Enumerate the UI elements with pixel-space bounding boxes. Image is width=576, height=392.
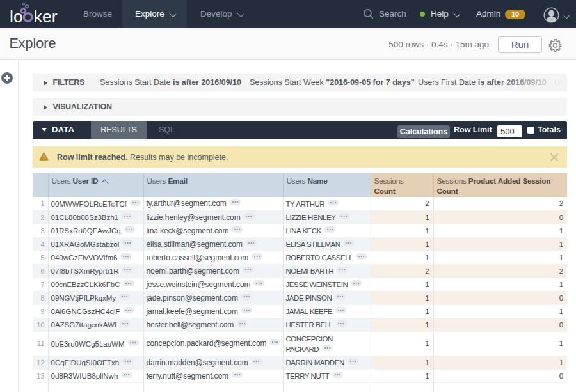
- svg-text:ker: ker: [34, 7, 58, 26]
